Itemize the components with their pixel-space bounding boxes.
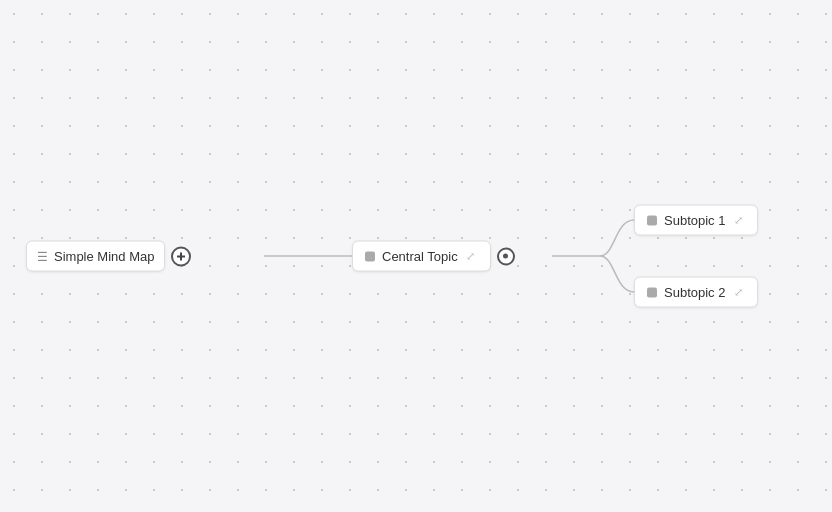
subtopic1-node[interactable]: Subtopic 1 ⤢	[634, 205, 758, 236]
subtopic2-resize-icon[interactable]: ⤢	[731, 285, 745, 299]
subtopic2-label: Subtopic 2	[664, 285, 725, 300]
root-connector	[171, 246, 191, 266]
mind-map-canvas: ☰ Simple Mind Map Central Topic ⤢ Subtop…	[0, 0, 832, 512]
root-node-group: ☰ Simple Mind Map	[26, 241, 191, 272]
central-node-square	[365, 251, 375, 261]
subtopic1-label: Subtopic 1	[664, 213, 725, 228]
subtopic1-resize-icon[interactable]: ⤢	[731, 213, 745, 227]
connector-dot	[503, 254, 508, 259]
central-collapse-button[interactable]	[497, 247, 515, 265]
central-node[interactable]: Central Topic ⤢	[352, 241, 491, 272]
root-collapse-button[interactable]	[171, 246, 191, 266]
central-connector	[497, 247, 515, 265]
subtopic2-node-group: Subtopic 2 ⤢	[634, 277, 758, 308]
subtopic2-node[interactable]: Subtopic 2 ⤢	[634, 277, 758, 308]
subtopic1-node-group: Subtopic 1 ⤢	[634, 205, 758, 236]
root-node-label: Simple Mind Map	[54, 249, 154, 264]
central-node-group: Central Topic ⤢	[352, 241, 515, 272]
root-node[interactable]: ☰ Simple Mind Map	[26, 241, 165, 272]
list-icon: ☰	[37, 249, 48, 263]
central-resize-icon[interactable]: ⤢	[464, 249, 478, 263]
central-node-label: Central Topic	[382, 249, 458, 264]
subtopic2-square	[647, 287, 657, 297]
subtopic1-square	[647, 215, 657, 225]
